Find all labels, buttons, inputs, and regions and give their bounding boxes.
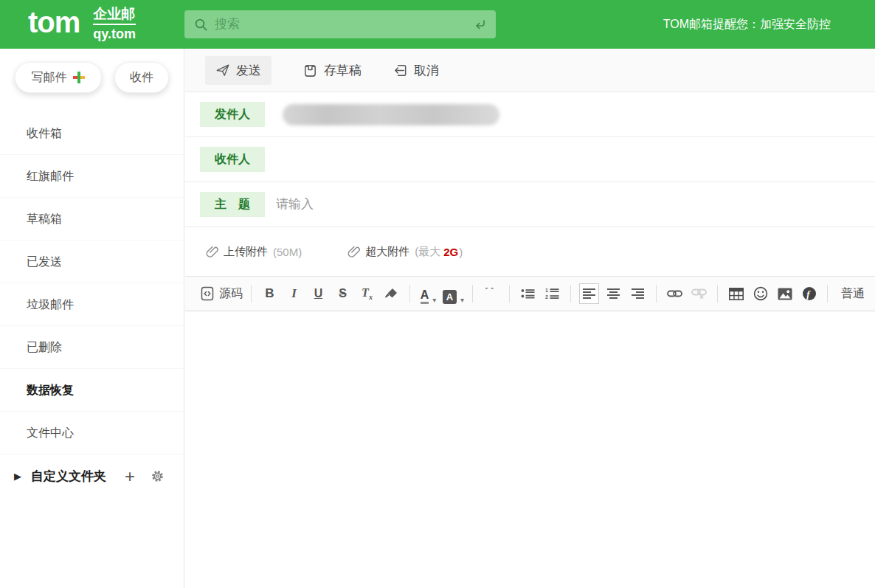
align-right-button[interactable] bbox=[628, 283, 648, 304]
sender-address-redacted bbox=[283, 104, 499, 125]
large-attachment-button[interactable]: 超大附件 (最大 2G ) bbox=[347, 245, 463, 259]
receive-button-label: 收件 bbox=[130, 70, 153, 86]
sidebar-item-file-center[interactable]: 文件中心 bbox=[0, 412, 184, 454]
sidebar-item-deleted[interactable]: 已删除 bbox=[0, 326, 184, 369]
brand-line1: 企业邮 bbox=[93, 7, 136, 25]
chevron-down-icon: ▾ bbox=[460, 296, 464, 304]
folder-settings-gear-icon[interactable] bbox=[151, 469, 165, 483]
chevron-down-icon: ▾ bbox=[432, 296, 436, 304]
paperclip-icon bbox=[206, 245, 218, 258]
bg-color-glyph: A bbox=[443, 290, 457, 304]
tom-logo: tom bbox=[28, 7, 80, 41]
underline-icon[interactable]: U bbox=[308, 283, 328, 304]
toolbar-separator bbox=[251, 285, 252, 302]
save-draft-label: 存草稿 bbox=[324, 62, 362, 79]
add-folder-icon[interactable]: + bbox=[125, 468, 135, 485]
italic-icon[interactable]: I bbox=[284, 283, 304, 304]
subject-row: 主 题 bbox=[185, 182, 875, 227]
send-button[interactable]: 发送 bbox=[205, 56, 272, 85]
brand-line2: qy.tom bbox=[93, 27, 136, 42]
align-center-button[interactable] bbox=[603, 283, 623, 304]
sidebar-item-sent[interactable]: 已发送 bbox=[0, 241, 184, 283]
bg-color-button[interactable]: A ▾ bbox=[443, 283, 464, 304]
large-attachment-label: 超大附件 bbox=[365, 245, 409, 259]
compose-action-bar: 发送 存草稿 取消 bbox=[185, 49, 875, 92]
sidebar-nav: 收件箱 红旗邮件 草稿箱 已发送 垃圾邮件 已删除 数据恢复 文件中心 ▶ 自定… bbox=[0, 112, 184, 498]
sidebar-item-data-recovery[interactable]: 数据恢复 bbox=[0, 369, 184, 412]
to-label: 收件人 bbox=[200, 147, 265, 172]
large-attachment-size: 2G bbox=[443, 246, 458, 258]
custom-folder-row: ▶ 自定义文件夹 + bbox=[0, 454, 184, 498]
text-color-glyph: A bbox=[421, 289, 429, 304]
expand-triangle-icon[interactable]: ▶ bbox=[14, 471, 21, 482]
toolbar-separator bbox=[717, 285, 718, 302]
insert-link-icon[interactable] bbox=[665, 283, 685, 304]
toolbar-separator bbox=[570, 285, 571, 302]
recipient-input[interactable] bbox=[276, 152, 860, 167]
toolbar-separator bbox=[409, 285, 410, 302]
attachment-row: 上传附件 (50M) 超大附件 (最大 2G ) bbox=[185, 227, 875, 276]
insert-image-icon[interactable] bbox=[775, 283, 795, 304]
toolbar-separator bbox=[827, 285, 828, 302]
cancel-label: 取消 bbox=[414, 62, 439, 79]
paper-plane-icon bbox=[215, 63, 230, 77]
bold-icon[interactable]: B bbox=[260, 283, 280, 304]
toolbar-separator bbox=[509, 285, 510, 302]
to-row: 收件人 bbox=[185, 137, 875, 182]
from-row: 发件人 bbox=[185, 92, 875, 137]
compose-button-label: 写邮件 bbox=[32, 70, 67, 86]
paragraph-format-dropdown[interactable]: 普通 bbox=[841, 286, 865, 302]
text-color-button[interactable]: A ▾ bbox=[418, 283, 438, 304]
remove-link-icon[interactable] bbox=[689, 283, 709, 304]
compose-button[interactable]: 写邮件 bbox=[15, 62, 102, 93]
richtext-toolbar: 源码 B I U S Tx A ▾ A ▾ ” 12 bbox=[185, 276, 875, 311]
upload-attachment-limit: (50M) bbox=[273, 246, 302, 258]
insert-table-icon[interactable] bbox=[726, 283, 746, 304]
paperclip-icon bbox=[347, 245, 360, 258]
draft-box-icon bbox=[302, 63, 318, 78]
return-arrow-icon bbox=[392, 63, 408, 78]
search-input[interactable] bbox=[215, 17, 472, 32]
brand-lockup: 企业邮 qy.tom bbox=[93, 7, 136, 42]
svg-text:1: 1 bbox=[545, 288, 548, 293]
app-header: tom 企业邮 qy.tom TOM邮箱提醒您：加强安全防控 bbox=[0, 0, 875, 49]
source-code-button[interactable]: 源码 bbox=[201, 283, 243, 304]
numbered-list-icon[interactable]: 12 bbox=[542, 283, 562, 304]
subject-input[interactable] bbox=[276, 197, 860, 212]
security-notice: TOM邮箱提醒您：加强安全防控 bbox=[663, 17, 831, 32]
compose-pane: 发送 存草稿 取消 发件人 收件人 主 题 上传附件 bbox=[185, 49, 875, 588]
sidebar-item-flagged[interactable]: 红旗邮件 bbox=[0, 155, 184, 198]
custom-folder-label[interactable]: 自定义文件夹 bbox=[31, 468, 106, 485]
sidebar-item-spam[interactable]: 垃圾邮件 bbox=[0, 283, 184, 326]
blockquote-icon[interactable]: ” bbox=[481, 283, 501, 304]
format-painter-icon[interactable] bbox=[381, 283, 401, 304]
enter-key-icon[interactable] bbox=[472, 17, 487, 32]
save-draft-button[interactable]: 存草稿 bbox=[302, 62, 362, 79]
toolbar-separator bbox=[472, 285, 473, 302]
emoji-icon[interactable] bbox=[750, 283, 770, 304]
svg-text:2: 2 bbox=[545, 294, 548, 300]
subject-label: 主 题 bbox=[200, 192, 265, 217]
upload-attachment-label: 上传附件 bbox=[224, 245, 268, 259]
remove-format-icon[interactable]: Tx bbox=[357, 283, 377, 304]
cancel-button[interactable]: 取消 bbox=[392, 62, 439, 79]
sidebar-item-drafts[interactable]: 草稿箱 bbox=[0, 198, 184, 241]
bulleted-list-icon[interactable] bbox=[518, 283, 538, 304]
search-icon bbox=[194, 18, 208, 32]
upload-attachment-button[interactable]: 上传附件 (50M) bbox=[206, 245, 302, 259]
align-left-button[interactable] bbox=[579, 283, 599, 304]
sidebar: 写邮件 收件 收件箱 红旗邮件 草稿箱 已发送 垃圾邮件 已删除 数据恢复 文件… bbox=[0, 49, 184, 588]
flash-media-icon[interactable]: f bbox=[799, 283, 819, 304]
send-button-label: 发送 bbox=[236, 62, 261, 79]
receive-button[interactable]: 收件 bbox=[114, 62, 169, 93]
sidebar-item-inbox[interactable]: 收件箱 bbox=[0, 112, 184, 155]
sidebar-buttons: 写邮件 收件 bbox=[0, 49, 184, 93]
strikethrough-icon[interactable]: S bbox=[333, 283, 353, 304]
large-attachment-suffix: ) bbox=[459, 246, 463, 258]
large-attachment-prefix: (最大 bbox=[415, 245, 440, 259]
compose-plus-icon bbox=[72, 71, 86, 84]
source-code-label: 源码 bbox=[219, 286, 243, 302]
toolbar-separator bbox=[656, 285, 657, 302]
message-body-editor[interactable] bbox=[185, 311, 875, 588]
search-box[interactable] bbox=[184, 10, 496, 38]
